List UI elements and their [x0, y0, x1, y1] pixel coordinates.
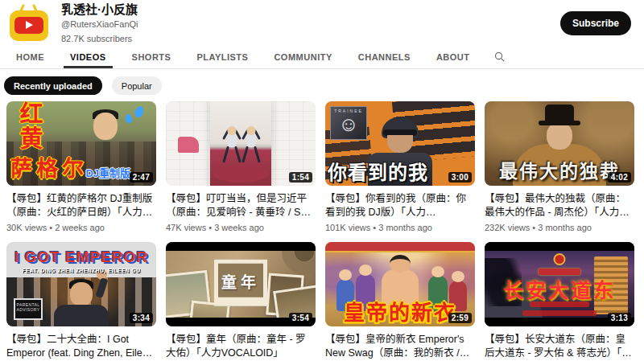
tab-channels[interactable]: CHANNELS	[345, 45, 423, 68]
sweat-drop-icon	[125, 113, 133, 123]
video-title[interactable]: 【辱包】你看到的我（原曲：你看到的我 DJ版）「人力VOCALOID」	[325, 192, 475, 219]
meta-separator: •	[373, 223, 376, 232]
thumb-overlay-text: 红黄	[12, 101, 46, 151]
video-title[interactable]: 【辱包】长安大道东（原曲：皇后大道东 - 罗大佑 & 蒋志光）「人力VOCALO…	[485, 333, 634, 360]
video-card[interactable]: TRAINEE ☺ 你看到的我 3:00 【辱包】你看到的我（原曲：你看到的我 …	[325, 101, 475, 232]
duration-badge: 3:34	[130, 313, 153, 323]
play-triangle-icon	[26, 21, 33, 29]
view-count: 232K views	[485, 223, 530, 232]
tab-about[interactable]: ABOUT	[423, 45, 483, 68]
filter-chips: Recently uploaded Popular	[4, 76, 644, 95]
channel-handle: @RutersXiaoFanQi	[61, 18, 560, 31]
curtain-decoration	[325, 242, 475, 252]
dancer-figure	[224, 126, 240, 166]
dancer-figure	[243, 126, 259, 166]
cartoon-character	[452, 271, 464, 282]
video-card[interactable]: 最伟大的独裁 4:02 【辱包】最伟大的独裁（原曲：最伟大的作品 - 周杰伦）「…	[485, 101, 634, 232]
duration-badge: 4:02	[608, 172, 631, 183]
duration-badge: 2:59	[448, 313, 472, 323]
tab-playlists[interactable]: PLAYLISTS	[184, 45, 261, 68]
video-thumbnail[interactable]: I GOT EMPEROR FEAT. DING ZHEN ZHENZHU, E…	[6, 242, 156, 326]
meta-separator: •	[532, 223, 535, 232]
video-grid: 红黄 的 萨格尔 DJ重制版 2:47 【辱包】红黄的萨格尔 DJ重制版（原曲：…	[6, 101, 644, 361]
tab-home[interactable]: HOME	[3, 45, 57, 68]
letterbox-bar	[166, 242, 316, 251]
search-icon	[493, 51, 506, 63]
thumb-overlay-text: 你看到的我	[328, 157, 428, 185]
video-meta: 101K views • 3 months ago	[325, 223, 475, 232]
video-thumbnail[interactable]: 最伟大的独裁 4:02	[485, 101, 634, 186]
video-title[interactable]: 【辱包】二十大全曲：I Got Emperor (feat. Ding Zhen…	[6, 333, 156, 360]
channel-avatar[interactable]	[8, 4, 50, 43]
cartoon-character	[339, 269, 352, 281]
upload-age: 3 weeks ago	[214, 223, 264, 232]
channel-header: 乳透社·小反旗 @RutersXiaoFanQi 82.7K subscribe…	[0, 0, 644, 45]
smiley-icon: ☺	[338, 113, 359, 136]
thumb-overlay-text: 萨格尔	[10, 151, 88, 183]
video-card[interactable]: I GOT EMPEROR FEAT. DING ZHEN ZHENZHU, E…	[6, 242, 156, 361]
rug-decoration	[213, 165, 269, 183]
video-thumbnail[interactable]: 红黄 的 萨格尔 DJ重制版 2:47	[6, 101, 156, 186]
video-meta: 30K views • 2 weeks ago	[6, 223, 156, 232]
video-thumbnail[interactable]: 童年 3:54	[166, 242, 316, 326]
tab-videos[interactable]: VIDEOS	[57, 45, 119, 68]
duration-badge: 2:47	[130, 172, 153, 183]
meta-separator: •	[208, 223, 212, 232]
tab-shorts[interactable]: SHORTS	[119, 45, 184, 68]
parental-advisory-badge: PARENTAL ADVISORY	[14, 298, 43, 320]
video-meta: 232K views • 3 months ago	[485, 223, 634, 232]
view-count: 47K views	[166, 223, 206, 232]
meta-separator: •	[49, 223, 52, 232]
video-title[interactable]: 【辱包】最伟大的独裁（原曲：最伟大的作品 - 周杰伦）「人力VOCALOID」	[485, 192, 634, 219]
top-hat-icon	[545, 105, 574, 121]
upload-age: 2 weeks ago	[55, 223, 105, 232]
duration-badge: 3:13	[608, 313, 631, 323]
figure-decoration	[93, 113, 118, 140]
video-title[interactable]: 【辱包】叮叮当当，但是习近平（原曲：见爱响铃 - 黄垂玲 / See Tình …	[166, 192, 316, 219]
thumb-overlay-text: I GOT EMPEROR	[6, 248, 156, 266]
channel-name: 乳透社·小反旗	[61, 0, 560, 17]
video-thumbnail[interactable]: 皇帝的新衣 2:59	[325, 242, 475, 326]
video-card[interactable]: 1:54 【辱包】叮叮当当，但是习近平（原曲：见爱响铃 - 黄垂玲 / See …	[166, 101, 316, 232]
video-thumbnail[interactable]: 长安大道东 3:13	[485, 242, 634, 326]
tab-bar: HOME VIDEOS SHORTS PLAYLISTS COMMUNITY C…	[0, 45, 644, 69]
national-emblem-icon	[554, 253, 566, 265]
album-cover: TRAINEE ☺	[330, 106, 367, 140]
letterbox-bar	[485, 242, 634, 251]
view-count: 30K views	[6, 223, 47, 232]
thumb-overlay-text: 童年	[221, 270, 260, 292]
search-button[interactable]	[482, 45, 517, 68]
thumb-overlay-text: 长安大道东	[485, 274, 634, 303]
view-count: 101K views	[325, 223, 370, 232]
thumb-overlay-text: FEAT. DING ZHEN ZHENZHU, EILEEN GU	[6, 268, 156, 273]
duration-badge: 3:54	[289, 313, 312, 323]
video-card[interactable]: 红黄 的 萨格尔 DJ重制版 2:47 【辱包】红黄的萨格尔 DJ重制版（原曲：…	[6, 101, 156, 232]
video-card[interactable]: 长安大道东 3:13 【辱包】长安大道东（原曲：皇后大道东 - 罗大佑 & 蒋志…	[485, 242, 634, 361]
polaroid-frame: 童年	[214, 260, 267, 306]
video-title[interactable]: 【辱包】童年（原曲：童年 - 罗大佑）「人力VOCALOID」	[166, 333, 316, 360]
video-card[interactable]: 皇帝的新衣 2:59 【辱包】皇帝的新衣 Emperor's New Swag（…	[325, 242, 475, 361]
video-title[interactable]: 【辱包】红黄的萨格尔 DJ重制版（原曲：火红的萨日朗）「人力VOCALOID」	[6, 192, 156, 219]
video-card[interactable]: 童年 3:54 【辱包】童年（原曲：童年 - 罗大佑）「人力VOCALOID」 …	[166, 242, 316, 361]
emperor-figure	[390, 255, 411, 273]
upload-age: 3 months ago	[538, 223, 592, 232]
upload-age: 3 months ago	[378, 223, 432, 232]
thumb-overlay-text: DJ重制版	[85, 165, 130, 180]
sweat-drop-icon	[134, 105, 145, 118]
video-title[interactable]: 【辱包】皇帝的新衣 Emperor's New Swag（原曲：我的新衣 / M…	[325, 333, 475, 360]
subscriber-count: 82.7K subscribers	[61, 33, 560, 46]
duration-badge: 3:00	[448, 172, 472, 183]
sofa-decoration	[178, 137, 199, 153]
duration-badge: 1:54	[289, 172, 312, 183]
cartoon-character	[359, 265, 372, 276]
chip-popular[interactable]: Popular	[112, 76, 162, 95]
chip-recently-uploaded[interactable]: Recently uploaded	[4, 76, 102, 95]
tab-community[interactable]: COMMUNITY	[261, 45, 345, 68]
subscribe-button[interactable]: Subscribe	[560, 11, 631, 35]
raised-fist-figure	[43, 269, 120, 326]
figure-decoration	[547, 122, 572, 150]
thumb-subtext-bar	[522, 310, 597, 316]
video-thumbnail[interactable]: 1:54	[166, 101, 316, 186]
video-meta: 47K views • 3 weeks ago	[166, 223, 316, 232]
video-thumbnail[interactable]: TRAINEE ☺ 你看到的我 3:00	[325, 101, 475, 186]
